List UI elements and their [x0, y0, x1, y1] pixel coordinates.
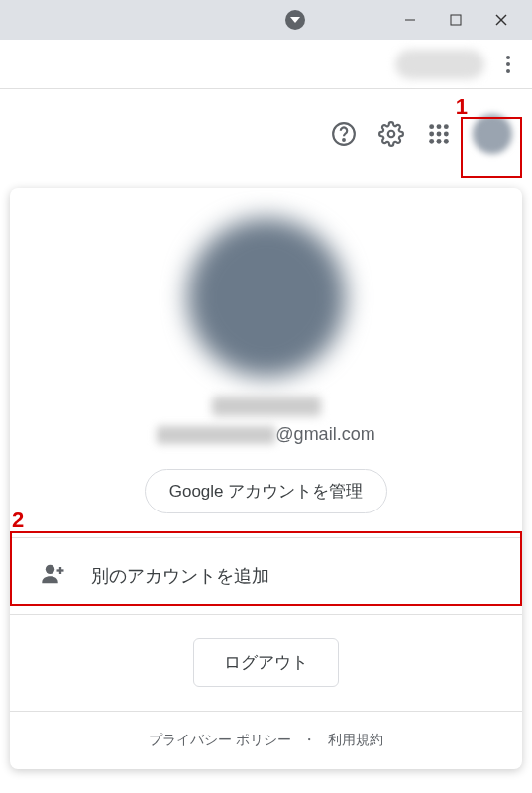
- svg-point-19: [444, 139, 449, 144]
- svg-point-14: [429, 132, 434, 137]
- account-name: [212, 396, 321, 416]
- email-username-blurred: [157, 426, 275, 444]
- maximize-button[interactable]: [433, 0, 479, 40]
- email-domain: @gmail.com: [275, 424, 374, 444]
- svg-point-10: [388, 131, 395, 138]
- account-avatar-small[interactable]: [473, 114, 512, 154]
- svg-rect-2: [451, 15, 461, 25]
- svg-point-13: [444, 124, 449, 129]
- svg-point-9: [343, 139, 345, 141]
- svg-point-6: [506, 62, 510, 66]
- close-button[interactable]: [479, 0, 524, 40]
- manage-account-button[interactable]: Google アカウントを管理: [145, 469, 388, 513]
- footer-links: プライバシー ポリシー ・ 利用規約: [10, 712, 522, 769]
- svg-point-11: [429, 124, 434, 129]
- window-titlebar: [0, 0, 532, 40]
- add-account-label: 別のアカウントを追加: [91, 564, 269, 588]
- svg-point-17: [429, 139, 434, 144]
- divider: [10, 614, 522, 615]
- privacy-policy-link[interactable]: プライバシー ポリシー: [149, 732, 291, 747]
- profile-chip[interactable]: [395, 50, 484, 79]
- svg-point-15: [437, 132, 442, 137]
- header-toolbar: [0, 89, 532, 178]
- dropdown-icon[interactable]: [285, 10, 305, 30]
- account-email: @gmail.com: [10, 424, 522, 445]
- separator: ・: [302, 732, 316, 747]
- settings-gear-icon[interactable]: [377, 120, 405, 148]
- account-popup: @gmail.com Google アカウントを管理 別のアカウントを追加 ログ…: [10, 188, 522, 769]
- add-person-icon: [40, 560, 67, 592]
- logout-button[interactable]: ログアウト: [193, 638, 339, 687]
- svg-point-5: [506, 56, 510, 59]
- annotation-marker-1: 1: [456, 94, 468, 120]
- browser-menu-icon[interactable]: [496, 53, 520, 76]
- svg-point-16: [444, 132, 449, 137]
- account-avatar-large: [187, 218, 346, 377]
- svg-point-7: [506, 69, 510, 73]
- minimize-button[interactable]: [387, 0, 433, 40]
- add-account-button[interactable]: 別のアカウントを追加: [10, 538, 522, 614]
- annotation-marker-2: 2: [12, 508, 24, 533]
- terms-link[interactable]: 利用規約: [328, 732, 383, 747]
- help-icon[interactable]: [330, 120, 358, 148]
- apps-grid-icon[interactable]: [425, 120, 453, 148]
- svg-marker-0: [290, 17, 300, 23]
- address-bar: [0, 40, 532, 89]
- svg-point-12: [437, 124, 442, 129]
- svg-point-20: [46, 565, 54, 574]
- svg-point-18: [437, 139, 442, 144]
